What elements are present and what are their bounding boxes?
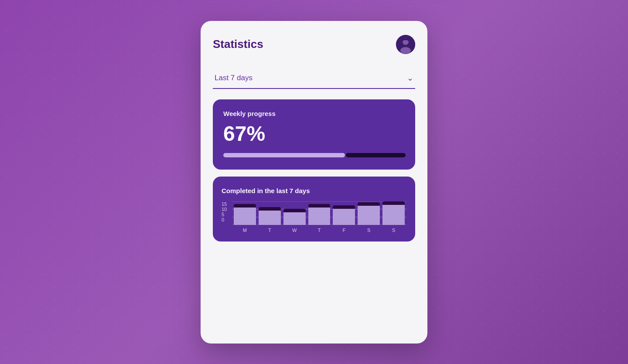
x-label-W: W: [283, 228, 306, 233]
progress-title: Weekly progress: [223, 110, 405, 117]
y-label-0: 0: [222, 217, 232, 222]
bar-body-S2: [382, 205, 405, 225]
bar-body-F: [333, 209, 355, 225]
statistics-card: Statistics Last 7 days ⌄ Weekly progress…: [201, 21, 427, 344]
x-label-T2: T: [308, 228, 331, 233]
chart-card: Completed in the last 7 days 0 5 10 15: [213, 177, 415, 242]
x-label-M: M: [234, 228, 256, 233]
bar-top-S2: [382, 201, 405, 205]
y-axis: 0 5 10 15: [222, 201, 232, 233]
bar-top-T1: [259, 207, 281, 211]
bar-W: [283, 201, 306, 225]
bar-body-T2: [308, 208, 331, 225]
weekly-progress-card: Weekly progress 67%: [213, 99, 415, 170]
period-dropdown-wrapper: Last 7 days ⌄: [213, 68, 415, 89]
bar-top-M: [234, 204, 256, 208]
bar-S1: [358, 201, 380, 225]
x-label-S2: S: [382, 228, 405, 233]
page-title: Statistics: [213, 37, 263, 51]
chart-body: M T W T F S S: [232, 201, 406, 233]
progress-percent: 67%: [223, 123, 405, 144]
bar-top-S1: [358, 202, 380, 206]
progress-bar: [223, 153, 405, 157]
svg-point-2: [400, 47, 411, 54]
dropdown-label: Last 7 days: [215, 74, 253, 82]
y-label-15: 15: [222, 201, 232, 207]
bar-M: [234, 201, 256, 225]
period-dropdown[interactable]: Last 7 days ⌄: [213, 68, 415, 89]
bar-body-M: [234, 208, 256, 225]
header: Statistics: [213, 35, 415, 54]
progress-bar-remaining: [346, 153, 406, 157]
chart-container: 0 5 10 15: [222, 201, 406, 233]
bar-T1: [259, 201, 281, 225]
avatar[interactable]: [396, 35, 415, 54]
y-label-10: 10: [222, 207, 232, 212]
bar-F: [333, 201, 355, 225]
bar-body-S1: [358, 206, 380, 225]
x-label-S1: S: [358, 228, 380, 233]
x-axis: M T W T F S S: [232, 225, 406, 233]
bar-body-T1: [259, 211, 281, 225]
x-label-F: F: [333, 228, 355, 233]
bar-top-F: [333, 205, 355, 209]
bar-T2: [308, 201, 331, 225]
chevron-down-icon: ⌄: [407, 73, 413, 83]
y-label-5: 5: [222, 212, 232, 217]
bar-body-W: [283, 212, 306, 225]
bars-area: [232, 201, 406, 225]
bar-S2: [382, 201, 405, 225]
bars-group: [232, 201, 406, 225]
x-label-T1: T: [259, 228, 281, 233]
bar-top-T2: [308, 204, 331, 208]
avatar-image: [396, 35, 415, 54]
bar-top-W: [283, 209, 306, 212]
progress-bar-fill: [223, 153, 345, 157]
chart-title: Completed in the last 7 days: [222, 187, 406, 194]
